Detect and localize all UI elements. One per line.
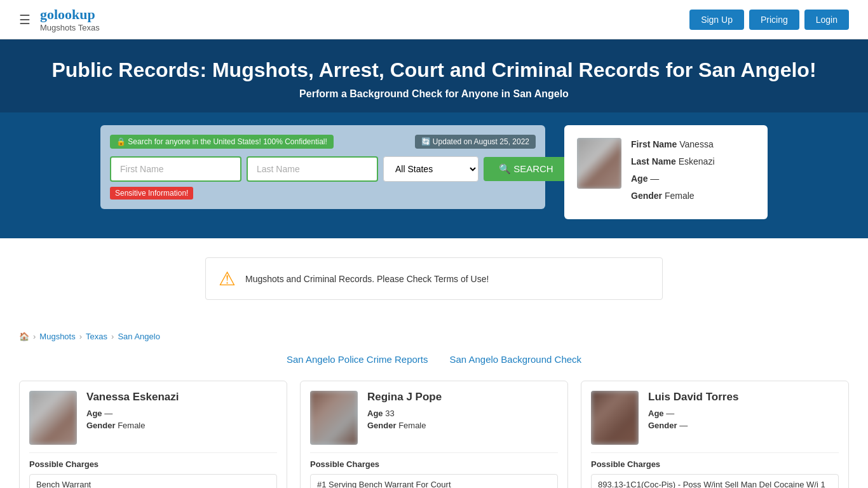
confidential-badge: 🔒 Search for anyone in the United States… (110, 135, 334, 149)
first-name-input[interactable] (110, 156, 241, 182)
state-select[interactable]: All States AlabamaAlaskaArizona Arkansas… (383, 156, 478, 182)
cards-grid: Vanessa Eskenazi Age — Gender Female Pos… (19, 381, 849, 488)
charges-box: #1 Serving Bench Warrant For Court (310, 474, 558, 488)
card-name: Regina J Pope (367, 391, 442, 403)
page-title: Public Records: Mugshots, Arrest, Court … (13, 58, 855, 82)
pricing-button[interactable]: Pricing (749, 10, 799, 30)
card-top: Regina J Pope Age 33 Gender Female (310, 391, 558, 445)
record-card: Regina J Pope Age 33 Gender Female Possi… (300, 381, 568, 488)
card-photo-image (310, 391, 358, 445)
card-age: Age — (86, 409, 179, 418)
login-button[interactable]: Login (804, 10, 849, 30)
charges-section: Possible Charges Bench Warrant (29, 452, 277, 488)
record-card: Luis David Torres Age — Gender — Possibl… (581, 381, 849, 488)
warning-icon: ⚠ (219, 268, 236, 290)
last-name-input[interactable] (247, 156, 378, 182)
preview-firstname: First Name Vanessa (631, 138, 715, 151)
record-card: Vanessa Eskenazi Age — Gender Female Pos… (19, 381, 287, 488)
logo-text: golookup (40, 6, 95, 23)
header-left: ☰ golookup Mugshots Texas (19, 6, 100, 32)
breadcrumb-texas[interactable]: Texas (86, 332, 107, 341)
warning-text: Mugshots and Criminal Records. Please Ch… (245, 274, 489, 284)
card-photo (310, 391, 358, 445)
charges-section: Possible Charges #1 Serving Bench Warran… (310, 452, 558, 488)
charges-label: Possible Charges (591, 459, 839, 469)
logo: golookup Mugshots Texas (40, 6, 100, 32)
section-tabs: San Angelo Police Crime Reports San Ange… (19, 354, 849, 365)
updated-badge: 🔄 Updated on August 25, 2022 (415, 135, 536, 149)
preview-lastname: Last Name Eskenazi (631, 155, 715, 168)
card-photo (591, 391, 639, 445)
card-gender: Gender — (648, 421, 738, 430)
preview-photo (577, 138, 621, 189)
preview-photo-image (577, 138, 621, 189)
card-gender: Gender Female (367, 421, 442, 430)
card-age: Age — (648, 409, 738, 418)
warning-banner: ⚠ Mugshots and Criminal Records. Please … (205, 257, 663, 300)
person-preview-card: First Name Vanessa Last Name Eskenazi Ag… (564, 125, 768, 219)
card-photo (29, 391, 77, 445)
signup-button[interactable]: Sign Up (689, 10, 744, 30)
charges-box: Bench Warrant (29, 474, 277, 488)
breadcrumb: 🏠 › Mugshots › Texas › San Angelo (19, 332, 849, 341)
hamburger-menu-icon[interactable]: ☰ (19, 12, 31, 27)
card-top: Vanessa Eskenazi Age — Gender Female (29, 391, 277, 445)
card-details: Vanessa Eskenazi Age — Gender Female (86, 391, 179, 445)
breadcrumb-san-angelo[interactable]: San Angelo (118, 332, 160, 341)
preview-age: Age — (631, 172, 715, 186)
hero-section: Public Records: Mugshots, Arrest, Court … (0, 39, 868, 112)
search-top-bar: 🔒 Search for anyone in the United States… (110, 135, 536, 149)
header: ☰ golookup Mugshots Texas Sign Up Pricin… (0, 0, 868, 39)
main-content: 🏠 › Mugshots › Texas › San Angelo San An… (0, 319, 868, 488)
tab-background-check[interactable]: San Angelo Background Check (449, 354, 581, 365)
preview-gender: Gender Female (631, 189, 715, 203)
preview-person-info: First Name Vanessa Last Name Eskenazi Ag… (631, 138, 715, 207)
card-name: Luis David Torres (648, 391, 738, 403)
home-icon[interactable]: 🏠 (19, 332, 29, 341)
card-name: Vanessa Eskenazi (86, 391, 179, 403)
hero-subtitle: Perform a Background Check for Anyone in… (13, 88, 855, 100)
card-gender: Gender Female (86, 421, 179, 430)
card-details: Regina J Pope Age 33 Gender Female (367, 391, 442, 445)
search-section: 🔒 Search for anyone in the United States… (0, 112, 868, 238)
card-top: Luis David Torres Age — Gender — (591, 391, 839, 445)
charges-label: Possible Charges (310, 459, 558, 469)
charges-label: Possible Charges (29, 459, 277, 469)
card-photo-image (29, 391, 77, 445)
search-box: 🔒 Search for anyone in the United States… (100, 125, 545, 209)
breadcrumb-mugshots[interactable]: Mugshots (39, 332, 75, 341)
tab-police-reports[interactable]: San Angelo Police Crime Reports (287, 354, 428, 365)
header-buttons: Sign Up Pricing Login (689, 10, 849, 30)
logo-subtitle: Mugshots Texas (40, 23, 100, 32)
search-button[interactable]: 🔍 SEARCH (484, 157, 569, 181)
search-inputs: All States AlabamaAlaskaArizona Arkansas… (110, 156, 536, 182)
charges-section: Possible Charges 893.13-1C1(Coc-Pis) - P… (591, 452, 839, 488)
card-details: Luis David Torres Age — Gender — (648, 391, 738, 445)
sensitive-badge: Sensitive Information! (110, 187, 193, 200)
card-age: Age 33 (367, 409, 442, 418)
card-photo-image (591, 391, 639, 445)
charges-box: 893.13-1C1(Coc-Pis) - Poss W/int Sell Ma… (591, 474, 839, 488)
